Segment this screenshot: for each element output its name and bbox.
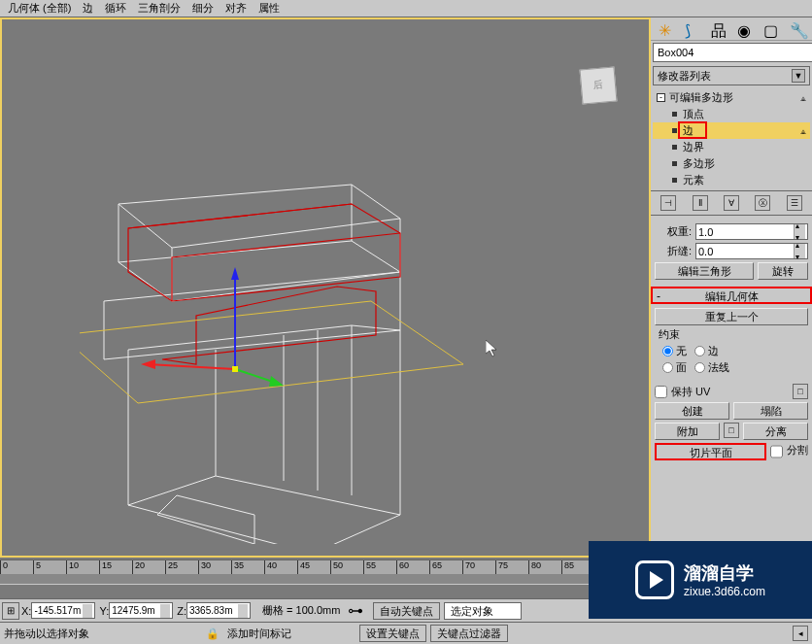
perspective-viewport[interactable]: 后: [0, 17, 651, 558]
auto-key-button[interactable]: 自动关键点: [373, 602, 440, 620]
weight-label: 权重:: [655, 224, 692, 239]
menu-geom[interactable]: 几何体 (全部): [2, 1, 77, 16]
timeline-track[interactable]: [0, 574, 651, 584]
viewcube-face[interactable]: 后: [579, 66, 617, 104]
timeline-tick: 10: [66, 560, 79, 574]
watermark: 溜溜自学 zixue.3d66.com: [589, 541, 812, 619]
edit-geom-header[interactable]: - 编辑几何体: [651, 287, 812, 304]
split-label: 分割: [787, 443, 808, 460]
weight-spinner[interactable]: 1.0: [695, 223, 808, 240]
transform-type-icon[interactable]: ⊞: [2, 602, 19, 620]
rollout-minus-icon: -: [657, 288, 660, 304]
svg-rect-6: [232, 366, 238, 372]
timeline-tick: 20: [132, 560, 145, 574]
unique-icon[interactable]: ∀: [724, 195, 739, 211]
slice-plane-button[interactable]: 切片平面: [655, 443, 766, 460]
edit-edges-rollout: 权重: 1.0 折缝: 0.0 编辑三角形 旋转 - 编辑几何体 重复上一个 约…: [651, 217, 812, 467]
attach-button[interactable]: 附加: [655, 423, 720, 440]
grid-label: 栅格 = 100.0mm: [262, 603, 340, 618]
modifier-stack[interactable]: - 可编辑多边形 ⟁ 顶点 边 ⟁ 边界 多边形 元素: [651, 87, 812, 190]
subobj-polygon[interactable]: 多边形: [653, 155, 810, 172]
subobj-element[interactable]: 元素: [653, 172, 810, 188]
menu-tri[interactable]: 三角剖分: [132, 1, 186, 16]
preserve-uv-check[interactable]: [655, 386, 667, 398]
svg-marker-5: [269, 376, 284, 387]
timeline[interactable]: 05101520253035404550556065707580859095: [0, 559, 651, 585]
create-tab-icon[interactable]: ✳: [659, 21, 674, 37]
timeline-tick: 35: [231, 560, 244, 574]
bottom-bar: 并拖动以选择对象 🔒 添加时间标记 设置关键点 关键点过滤器 ◂: [0, 622, 812, 644]
dropdown-arrow-icon: ▼: [792, 69, 805, 83]
utilities-tab-icon[interactable]: 🔧: [790, 21, 805, 37]
modifier-list-label: 修改器列表: [658, 69, 711, 84]
detach-button[interactable]: 分离: [743, 423, 808, 440]
watermark-title: 溜溜自学: [684, 561, 765, 585]
attach-settings-icon[interactable]: □: [724, 423, 739, 438]
subobj-edge[interactable]: 边 ⟁: [653, 122, 810, 139]
hierarchy-tab-icon[interactable]: 品: [711, 21, 727, 37]
menu-props[interactable]: 属性: [253, 1, 286, 16]
create-button[interactable]: 创建: [655, 402, 729, 420]
modify-tab-icon[interactable]: ⟆: [685, 21, 700, 37]
timeline-tick: 45: [297, 560, 310, 574]
menu-align[interactable]: 对齐: [220, 1, 253, 16]
add-time-tag[interactable]: 添加时间标记: [227, 627, 291, 641]
preserve-uv-settings-icon[interactable]: □: [793, 384, 808, 399]
object-name-field[interactable]: [653, 43, 812, 62]
play-prev-icon[interactable]: ◂: [793, 626, 808, 641]
timeline-tick: 40: [264, 560, 277, 574]
set-key-button[interactable]: 设置关键点: [359, 625, 426, 642]
watermark-play-icon: [635, 560, 674, 599]
constraint-none[interactable]: 无: [662, 344, 687, 358]
viewport-container: 后: [0, 17, 651, 558]
stack-editable-poly[interactable]: - 可编辑多边形 ⟁: [653, 89, 810, 106]
timeline-tick: 50: [330, 560, 343, 574]
pin-stack-icon[interactable]: ⊣: [660, 195, 676, 211]
menu-loop[interactable]: 循环: [99, 1, 132, 16]
motion-tab-icon[interactable]: ◉: [737, 21, 753, 37]
tree-collapse-icon[interactable]: -: [657, 93, 665, 102]
timeline-tick: 30: [198, 560, 211, 574]
timeline-tick: 75: [495, 560, 508, 574]
subobj-border[interactable]: 边界: [653, 139, 810, 155]
pin-icon[interactable]: ⟁: [800, 125, 806, 136]
remove-mod-icon[interactable]: ⓧ: [755, 195, 770, 211]
menu-edge[interactable]: 边: [77, 1, 99, 16]
coord-z-input[interactable]: 3365.83m: [186, 602, 251, 619]
config-icon[interactable]: ☰: [787, 195, 802, 211]
timeline-tick: 0: [0, 560, 8, 574]
key-lock-icon[interactable]: ⊶: [348, 601, 363, 620]
spin-button[interactable]: 旋转: [758, 262, 808, 280]
collapse-button[interactable]: 塌陷: [733, 402, 808, 420]
pin-icon[interactable]: ⟁: [800, 92, 806, 103]
wireframe-model: [80, 175, 468, 544]
menu-subdiv[interactable]: 细分: [186, 1, 220, 16]
panel-tabs: ✳ ⟆ 品 ◉ ▢ 🔧: [651, 17, 812, 41]
show-end-icon[interactable]: Ⅱ: [693, 195, 708, 211]
cursor-icon: [486, 340, 499, 360]
coord-x-input[interactable]: -145.517m: [31, 602, 95, 619]
timeline-ruler[interactable]: 05101520253035404550556065707580859095: [0, 560, 651, 574]
modifier-list-dropdown[interactable]: 修改器列表 ▼: [653, 66, 810, 85]
constraint-edge[interactable]: 边: [694, 344, 719, 358]
edit-tri-button[interactable]: 编辑三角形: [655, 262, 754, 280]
highlight-edge-icon: [678, 121, 707, 139]
display-tab-icon[interactable]: ▢: [763, 21, 779, 37]
command-panel: ✳ ⟆ 品 ◉ ▢ 🔧 修改器列表 ▼ - 可编辑多边形 ⟁ 顶点 边 ⟁ 边界…: [651, 17, 812, 558]
lock-icon[interactable]: 🔒: [206, 627, 220, 640]
key-target-dropdown[interactable]: 选定对象: [444, 602, 522, 620]
constraint-face[interactable]: 面: [662, 360, 687, 375]
timeline-tick: 5: [33, 560, 41, 574]
crease-spinner[interactable]: 0.0: [695, 243, 808, 259]
split-check[interactable]: [770, 443, 783, 460]
coord-y-input[interactable]: 12475.9m: [109, 602, 173, 619]
timeline-tick: 25: [165, 560, 178, 574]
subobj-vertex[interactable]: 顶点: [653, 106, 810, 122]
timeline-tick: 65: [429, 560, 442, 574]
repeat-last-button[interactable]: 重复上一个: [655, 308, 808, 325]
svg-marker-1: [231, 267, 239, 280]
key-filter-button[interactable]: 关键点过滤器: [430, 625, 508, 642]
viewcube[interactable]: 后: [571, 58, 620, 107]
constraint-normal[interactable]: 法线: [694, 360, 729, 375]
crease-label: 折缝:: [655, 244, 692, 258]
